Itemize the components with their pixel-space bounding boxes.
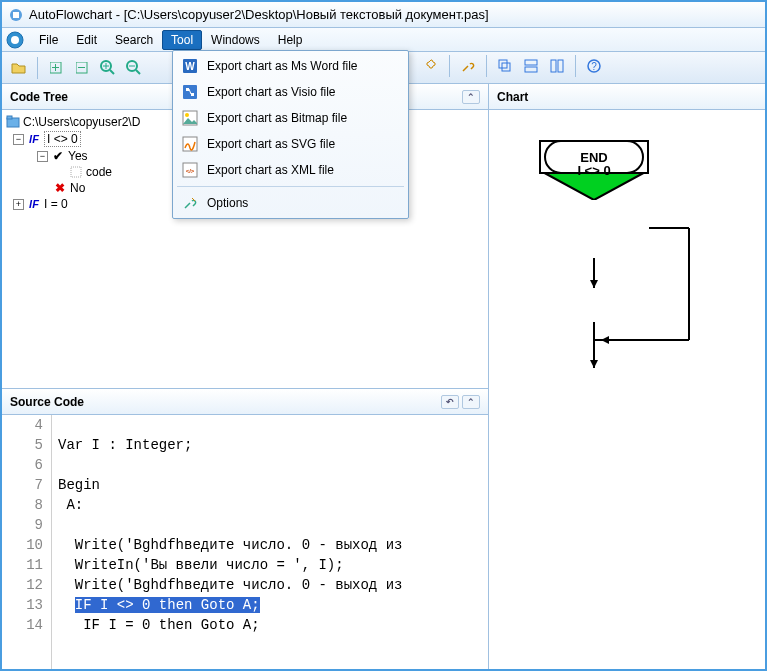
export-bitmap-label: Export chart as Bitmap file (207, 111, 347, 125)
code-area[interactable]: Var I : Integer; Begin A: Write('Bghdfhв… (52, 415, 488, 669)
source-code-title: Source Code (10, 395, 84, 409)
svg-text:</>: </> (186, 168, 195, 174)
line-number: 8 (2, 495, 43, 515)
open-button[interactable] (8, 57, 30, 79)
menu-file[interactable]: File (30, 30, 67, 50)
svg-rect-20 (551, 60, 556, 72)
tree-no-label: No (70, 181, 85, 195)
svg-icon (181, 135, 199, 153)
svg-marker-43 (590, 360, 598, 368)
svg-line-14 (136, 70, 140, 74)
line-number: 9 (2, 515, 43, 535)
toolbar-separator (449, 55, 450, 77)
cascade-button[interactable] (494, 55, 516, 77)
line-number: 7 (2, 475, 43, 495)
help-button[interactable]: ? (583, 55, 605, 77)
tree-if2-label: I = 0 (44, 197, 68, 211)
options-item[interactable]: Options (173, 190, 408, 216)
panel-collapse-button[interactable]: ⌃ (462, 90, 480, 104)
word-icon: W (181, 57, 199, 75)
menu-search[interactable]: Search (106, 30, 162, 50)
svg-rect-19 (525, 67, 537, 72)
tile-h-button[interactable] (520, 55, 542, 77)
export-visio-label: Export chart as Visio file (207, 85, 336, 99)
code-line (58, 415, 488, 435)
collapse-button[interactable] (71, 57, 93, 79)
tools-button[interactable] (457, 55, 479, 77)
line-number: 14 (2, 615, 43, 635)
svg-rect-21 (558, 60, 563, 72)
code-line (58, 455, 488, 475)
svg-rect-27 (186, 88, 189, 91)
line-number: 12 (2, 575, 43, 595)
panel-undo-button[interactable]: ↶ (441, 395, 459, 409)
chart-header: Chart (489, 84, 765, 110)
line-number: 4 (2, 415, 43, 435)
code-line: Var I : Integer; (58, 435, 488, 455)
line-number: 10 (2, 535, 43, 555)
dropdown-separator (177, 186, 404, 187)
if-icon: IF (27, 132, 41, 146)
app-menu-icon[interactable] (6, 31, 24, 49)
toolbar-separator (37, 57, 38, 79)
source-body[interactable]: 4 5 6 7 8 9 10 11 12 13 14 Var I : Integ… (2, 415, 488, 669)
if-icon: IF (27, 197, 41, 211)
export-xml-item[interactable]: </> Export chart as XML file (173, 157, 408, 183)
options-label: Options (207, 196, 248, 210)
svg-rect-18 (525, 60, 537, 65)
export-xml-label: Export chart as XML file (207, 163, 334, 177)
menubar: File Edit Search Tool Windows Help (2, 28, 765, 52)
tree-if1-label: I <> 0 (44, 131, 81, 147)
svg-rect-28 (191, 93, 194, 96)
svg-rect-36 (7, 116, 12, 119)
expand-button[interactable] (45, 57, 67, 79)
collapse-icon[interactable]: − (13, 134, 24, 145)
svg-rect-1 (13, 12, 19, 18)
panel-collapse-button[interactable]: ⌃ (462, 395, 480, 409)
visio-icon (181, 83, 199, 101)
menu-tool[interactable]: Tool (162, 30, 202, 50)
source-code-panel: Source Code ↶ ⌃ 4 5 6 7 8 9 10 11 12 13 (2, 389, 488, 669)
zoom-in-button[interactable] (97, 57, 119, 79)
selected-code: IF I <> 0 then Goto A; (75, 597, 260, 613)
line-number: 5 (2, 435, 43, 455)
code-line (58, 515, 488, 535)
bitmap-icon (181, 109, 199, 127)
tree-code-label: code (86, 165, 112, 179)
export-visio-item[interactable]: Export chart as Visio file (173, 79, 408, 105)
export-word-item[interactable]: W Export chart as Ms Word file (173, 53, 408, 79)
code-line: WriteIn('Вы ввели число = ', I); (58, 555, 488, 575)
line-number: 13 (2, 595, 43, 615)
expand-icon[interactable]: + (13, 199, 24, 210)
svg-marker-47 (601, 336, 609, 344)
svg-rect-16 (499, 60, 507, 68)
svg-rect-17 (502, 63, 510, 71)
source-code-header: Source Code ↶ ⌃ (2, 389, 488, 415)
collapse-icon[interactable]: − (37, 151, 48, 162)
toolbar-right-section: ? (420, 50, 605, 82)
titlebar: AutoFlowchart - [C:\Users\copyuser2\Desk… (2, 2, 765, 28)
tool-dropdown: W Export chart as Ms Word file Export ch… (172, 50, 409, 219)
code-line: IF I <> 0 then Goto A; (58, 595, 488, 615)
folder-icon (6, 115, 20, 129)
zoom-out-button[interactable] (123, 57, 145, 79)
code-line: A: (58, 495, 488, 515)
toolbar-separator (575, 55, 576, 77)
check-icon: ✔ (51, 149, 65, 163)
menu-edit[interactable]: Edit (67, 30, 106, 50)
options-icon (181, 194, 199, 212)
menu-help[interactable]: Help (269, 30, 312, 50)
line-gutter: 4 5 6 7 8 9 10 11 12 13 14 (2, 415, 52, 669)
export-bitmap-item[interactable]: Export chart as Bitmap file (173, 105, 408, 131)
svg-text:W: W (185, 61, 195, 72)
code-tree-title: Code Tree (10, 90, 68, 104)
code-icon (69, 165, 83, 179)
settings-button[interactable] (420, 55, 442, 77)
chart-body[interactable]: START I <> 0 Code END (489, 110, 765, 669)
tile-v-button[interactable] (546, 55, 568, 77)
svg-marker-41 (590, 280, 598, 288)
toolbar-separator (486, 55, 487, 77)
export-svg-item[interactable]: Export chart as SVG file (173, 131, 408, 157)
menu-windows[interactable]: Windows (202, 30, 269, 50)
app-icon (8, 7, 24, 23)
